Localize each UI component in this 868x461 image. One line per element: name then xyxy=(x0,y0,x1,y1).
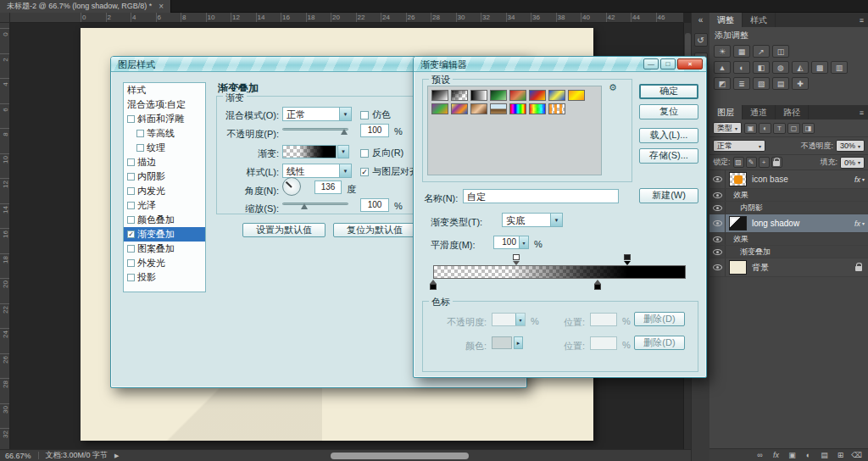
style-checkbox[interactable] xyxy=(127,216,135,224)
make-default-button[interactable]: 设置为默认值 xyxy=(242,223,326,237)
add-layer-style-icon[interactable]: fx xyxy=(769,450,783,460)
layer-row-渐变叠加[interactable]: 渐变叠加 xyxy=(709,246,868,258)
visibility-toggle[interactable] xyxy=(709,233,726,245)
visibility-toggle[interactable] xyxy=(709,202,726,214)
load-button[interactable]: 载入(L)... xyxy=(639,128,698,143)
new-group-icon[interactable]: ▤ xyxy=(817,450,832,460)
gradient-preset-6[interactable] xyxy=(529,90,546,101)
style-dropdown[interactable]: 线性 ▼ xyxy=(282,164,352,178)
stop-color-swatch[interactable] xyxy=(492,336,512,349)
tab-adjustments[interactable]: 调整 xyxy=(709,13,743,27)
style-item-样式[interactable]: 样式 xyxy=(124,83,205,97)
document-tab[interactable]: 未标题-2 @ 66.7% (long shadow, RGB/8) * × xyxy=(0,0,171,13)
gradient-preset-1[interactable] xyxy=(431,90,448,101)
stop-position-input-2[interactable] xyxy=(590,336,617,350)
panel-menu-icon[interactable]: ≡ xyxy=(855,13,868,27)
layer-row-效果[interactable]: 效果 xyxy=(709,233,868,246)
fx-badge-icon[interactable]: fx▾ xyxy=(854,219,865,228)
gradient-preset-7[interactable] xyxy=(548,90,565,101)
layer-blend-mode-select[interactable]: 正常 ▾ xyxy=(713,140,765,152)
filter-type-layers-icon[interactable]: T xyxy=(773,123,786,134)
lock-image-pixels-icon[interactable]: ✎ xyxy=(746,157,757,168)
style-item-纹理[interactable]: 纹理 xyxy=(124,141,205,155)
delete-color-stop-button[interactable]: 删除(D) xyxy=(634,336,685,350)
style-checkbox[interactable] xyxy=(127,115,135,123)
minimize-icon[interactable]: — xyxy=(643,58,659,69)
reset-button[interactable]: 复位 xyxy=(639,104,698,119)
invert-icon[interactable]: ◩ xyxy=(714,77,731,90)
visibility-toggle[interactable] xyxy=(709,214,726,232)
style-item-颜色叠加[interactable]: 颜色叠加 xyxy=(124,213,205,227)
layer-name[interactable]: 背景 xyxy=(751,262,853,274)
gradient-name-input[interactable]: 自定 xyxy=(463,189,619,203)
lock-all-icon[interactable] xyxy=(771,157,782,168)
expand-panels-icon[interactable]: « xyxy=(692,13,709,27)
layer-thumbnail[interactable] xyxy=(729,216,747,230)
tab-paths[interactable]: 路径 xyxy=(776,105,809,119)
tab-layers[interactable]: 图层 xyxy=(709,105,743,119)
horizontal-scrollbar-thumb[interactable] xyxy=(331,453,469,459)
visibility-toggle[interactable] xyxy=(709,170,726,188)
layer-row-背景[interactable]: 背景 xyxy=(709,258,868,277)
levels-icon[interactable]: ▦ xyxy=(733,45,750,58)
style-item-斜面和浮雕[interactable]: 斜面和浮雕 xyxy=(124,112,205,126)
gradient-preset-5[interactable] xyxy=(509,90,526,101)
layer-thumbnail[interactable] xyxy=(729,260,747,275)
opacity-value-field[interactable]: 100 xyxy=(360,124,389,137)
color-stops-track[interactable] xyxy=(433,280,686,291)
layer-row-内阴影[interactable]: 内阴影 xyxy=(709,202,868,214)
style-item-图案叠加[interactable]: 图案叠加 xyxy=(124,242,205,256)
new-layer-icon[interactable]: ⊞ xyxy=(833,450,848,460)
layer-row-long-shadow[interactable]: long shadowfx▾ xyxy=(709,214,868,233)
hue-saturation-icon[interactable]: ◐ xyxy=(733,61,750,74)
slider-thumb[interactable] xyxy=(301,203,308,209)
curves-icon[interactable]: ↗ xyxy=(753,45,770,58)
style-checkbox[interactable] xyxy=(127,259,135,267)
filter-shape-layers-icon[interactable]: ▢ xyxy=(787,123,800,134)
blend-mode-dropdown[interactable]: 正常 ▼ xyxy=(282,107,352,121)
style-checkbox[interactable] xyxy=(136,144,144,152)
layer-name[interactable]: long shadow xyxy=(751,219,854,228)
slider-thumb[interactable] xyxy=(341,129,348,135)
opacity-slider[interactable] xyxy=(282,124,348,136)
gradient-picker-arrow-icon[interactable]: ▼ xyxy=(337,145,349,158)
style-checkbox[interactable] xyxy=(127,245,135,253)
gradient-preset-2[interactable] xyxy=(451,90,468,101)
lock-position-icon[interactable]: + xyxy=(759,157,770,168)
gradient-preview[interactable] xyxy=(282,145,337,158)
new-button[interactable]: 新建(W) xyxy=(639,188,698,203)
gradient-preset-12[interactable] xyxy=(490,103,507,114)
style-checkbox[interactable] xyxy=(136,130,144,137)
style-item-描边[interactable]: 描边 xyxy=(124,155,205,169)
posterize-icon[interactable]: ≣ xyxy=(733,77,750,90)
visibility-toggle[interactable] xyxy=(709,189,726,201)
gradient-preset-14[interactable] xyxy=(529,103,546,114)
effect-name[interactable]: 内阴影 xyxy=(740,203,763,214)
dither-checkbox[interactable]: 仿色 xyxy=(360,108,391,121)
stop-opacity-input[interactable]: ▾ xyxy=(492,313,526,326)
visibility-toggle[interactable] xyxy=(709,258,726,276)
gradient-preset-4[interactable] xyxy=(490,90,507,101)
style-item-外发光[interactable]: 外发光 xyxy=(124,256,205,270)
scale-slider[interactable] xyxy=(282,198,348,210)
style-checkbox[interactable] xyxy=(127,187,135,195)
fx-badge-icon[interactable]: fx▾ xyxy=(854,175,865,184)
gear-icon[interactable]: ⚙ xyxy=(609,82,617,93)
style-checkbox[interactable] xyxy=(127,158,135,166)
gradient-preset-10[interactable] xyxy=(451,103,468,114)
exposure-icon[interactable]: ◫ xyxy=(772,45,789,58)
style-item-等高线[interactable]: 等高线 xyxy=(124,126,205,141)
filter-pixel-layers-icon[interactable]: ▣ xyxy=(744,123,757,134)
color-lookup-icon[interactable]: ▥ xyxy=(831,61,848,74)
channel-mixer-icon[interactable]: ▩ xyxy=(811,61,828,74)
layer-row-效果[interactable]: 效果 xyxy=(709,189,868,202)
delete-layer-icon[interactable]: ⌫ xyxy=(849,450,864,460)
style-item-投影[interactable]: 投影 xyxy=(124,270,205,285)
link-layers-icon[interactable]: ∞ xyxy=(753,450,767,460)
status-options-arrow-icon[interactable]: ▶ xyxy=(114,453,119,459)
delete-opacity-stop-button[interactable]: 删除(D) xyxy=(634,312,685,326)
maximize-icon[interactable]: □ xyxy=(660,58,676,69)
layer-fill-field[interactable]: 0% ▾ xyxy=(840,157,865,169)
style-checkbox[interactable]: ✓ xyxy=(127,230,135,238)
layer-row-icon-base[interactable]: icon basefx▾ xyxy=(709,170,868,189)
